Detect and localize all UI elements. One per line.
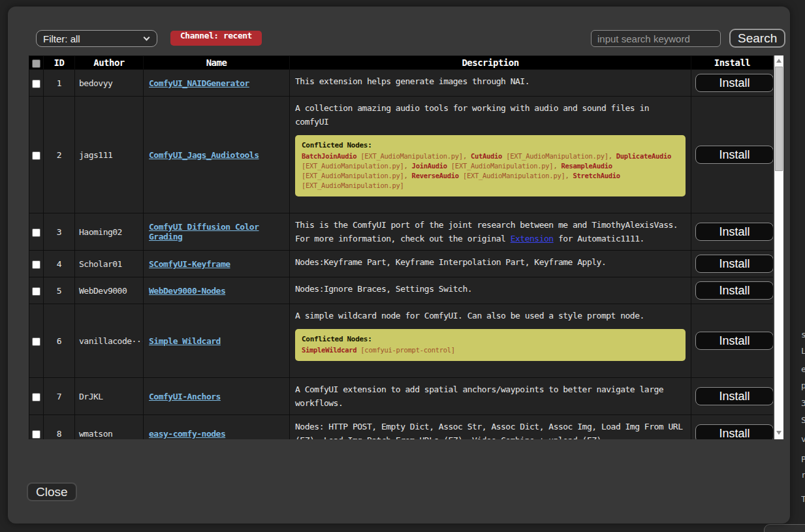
conflicted-nodes-warning: Conflicted Nodes:BatchJoinAudio [EXT_Aud… [295, 135, 686, 196]
conflict-node-name: CutAudio [471, 152, 502, 160]
row-checkbox-cell [29, 97, 44, 213]
scrollbar-track[interactable] [774, 55, 783, 439]
row-author: Haoming02 [75, 213, 144, 251]
table-row: 5WebDev9000WebDev9000-NodesNodes:Ignore … [29, 277, 774, 304]
install-button[interactable]: Install [695, 146, 773, 164]
extension-name-link[interactable]: easy-comfy-nodes [149, 429, 225, 439]
conflict-title: Conflicted Nodes: [302, 334, 679, 344]
conflict-node-name: ReverseAudio [412, 172, 459, 180]
install-button[interactable]: Install [695, 74, 773, 92]
table-row: 4Scholar01SComfyUI-KeyframeNodes:Keyfram… [29, 251, 774, 277]
row-name-cell: easy-comfy-nodes [144, 415, 290, 440]
row-name-cell: ComfyUI-Anchors [144, 378, 290, 415]
row-name-cell: ComfyUI_Jags_Audiotools [144, 97, 290, 213]
scrollbar-thumb[interactable] [775, 67, 783, 171]
custom-nodes-dialog: Filter: all Channel: recent Search ID Au… [8, 7, 790, 524]
chevron-down-icon [144, 35, 150, 41]
row-checkbox-cell [29, 251, 44, 277]
background-text-fragment: v [801, 434, 805, 444]
col-header-author: Author [75, 56, 144, 70]
row-checkbox[interactable] [32, 430, 40, 439]
close-button[interactable]: Close [27, 482, 77, 501]
filter-select[interactable]: Filter: all [36, 30, 157, 47]
filter-select-value: Filter: all [43, 33, 80, 44]
conflict-node-name: ResampleAudio [561, 162, 612, 170]
extension-name-link[interactable]: ComfyUI-Anchors [149, 392, 221, 401]
row-checkbox[interactable] [32, 260, 40, 269]
row-id: 2 [44, 97, 75, 213]
search-input[interactable] [591, 30, 721, 47]
description-link[interactable]: Extension [511, 234, 554, 243]
install-button[interactable]: Install [695, 223, 773, 241]
background-text-fragment: e [801, 364, 805, 374]
row-id: 4 [44, 251, 75, 277]
row-name-cell: SComfyUI-Keyframe [144, 251, 290, 277]
extension-table: ID Author Name Description Install 1bedo… [29, 55, 783, 439]
conflict-node-name: BatchJoinAudio [302, 152, 356, 160]
row-name-cell: ComfyUI Diffusion Color Grading [144, 213, 290, 251]
background-text-fragment: 3 [801, 398, 805, 408]
table-row: 2jags111ComfyUI_Jags_AudiotoolsA collect… [29, 97, 774, 213]
row-checkbox[interactable] [32, 228, 40, 237]
table-row: 7DrJKLComfyUI-AnchorsA ComfyUI extension… [29, 378, 774, 415]
install-button[interactable]: Install [695, 281, 773, 300]
conflict-source-file: [EXT_AudioManipulation.py], [356, 152, 471, 160]
background-partial-button[interactable] [764, 524, 805, 532]
col-header-id: ID [44, 56, 75, 70]
extension-name-link[interactable]: ComfyUI Diffusion Color Grading [149, 222, 259, 242]
conflict-source-file: [EXT_AudioManipulation.py], [302, 172, 412, 180]
row-install-cell: Install [691, 213, 774, 251]
install-button[interactable]: Install [695, 332, 773, 350]
row-id: 6 [44, 304, 75, 378]
scroll-down-button[interactable] [774, 429, 783, 437]
extension-name-link[interactable]: Simple Wildcard [149, 336, 221, 346]
row-name-cell: WebDev9000-Nodes [144, 277, 290, 304]
row-install-cell: Install [691, 277, 774, 304]
row-author: bedovyy [75, 70, 144, 97]
select-all-checkbox[interactable] [32, 59, 40, 68]
install-button[interactable]: Install [695, 387, 773, 405]
row-description: A simple wildcard node for ComfyUI. Can … [290, 304, 691, 378]
row-checkbox-cell [29, 213, 44, 251]
install-button[interactable]: Install [695, 424, 773, 439]
extension-name-link[interactable]: WebDev9000-Nodes [149, 286, 225, 296]
row-checkbox[interactable] [32, 80, 40, 88]
row-author: WebDev9000 [75, 277, 144, 304]
row-description: Nodes: HTTP POST, Empty Dict, Assoc Str,… [290, 415, 691, 440]
conflict-source-file: [EXT_AudioManipulation.py] [302, 181, 404, 189]
row-description: This is the ComfyUI port of the joint re… [290, 213, 691, 251]
background-text-fragment: L [801, 346, 805, 356]
triangle-down-icon [776, 431, 781, 435]
row-name-cell: Simple Wildcard [144, 304, 290, 378]
conflicted-nodes-warning: Conflicted Nodes:SimpleWildcard [comfyui… [295, 329, 686, 361]
row-checkbox[interactable] [32, 337, 40, 346]
row-checkbox[interactable] [32, 151, 40, 160]
extension-name-link[interactable]: ComfyUI_Jags_Audiotools [149, 150, 259, 160]
row-install-cell: Install [691, 97, 774, 213]
extensions-tbody: 1bedovyyComfyUI_NAIDGeneratorThis extens… [29, 70, 774, 440]
row-id: 5 [44, 277, 75, 304]
row-id: 3 [44, 213, 75, 251]
row-description: A ComfyUI extension to add spatial ancho… [290, 378, 691, 415]
row-install-cell: Install [691, 251, 774, 277]
scroll-up-button[interactable] [774, 57, 783, 65]
conflict-source-file: [EXT_AudioManipulation.py], [502, 152, 616, 160]
row-install-cell: Install [691, 378, 774, 415]
background-text-fragment: T [801, 494, 805, 504]
search-button[interactable]: Search [729, 29, 785, 48]
row-description: Nodes:Ignore Braces, Settings Switch. [290, 277, 691, 304]
extension-name-link[interactable]: SComfyUI-Keyframe [149, 259, 230, 269]
row-checkbox[interactable] [32, 287, 40, 296]
table-row: 8wmatsoneasy-comfy-nodesNodes: HTTP POST… [29, 415, 774, 440]
row-description: This extension helps generate images thr… [290, 70, 691, 97]
col-header-name: Name [144, 56, 290, 70]
table-scroll-area[interactable]: ID Author Name Description Install 1bedo… [29, 55, 773, 439]
extension-name-link[interactable]: ComfyUI_NAIDGenerator [149, 78, 249, 88]
table-row: 6vanillacode···Simple WildcardA simple w… [29, 304, 774, 378]
row-checkbox[interactable] [32, 393, 40, 401]
row-author: DrJKL [75, 378, 144, 415]
table-row: 3Haoming02ComfyUI Diffusion Color Gradin… [29, 213, 774, 251]
install-button[interactable]: Install [695, 255, 773, 273]
row-checkbox-cell [29, 415, 44, 440]
background-text-fragment: s [801, 330, 805, 339]
